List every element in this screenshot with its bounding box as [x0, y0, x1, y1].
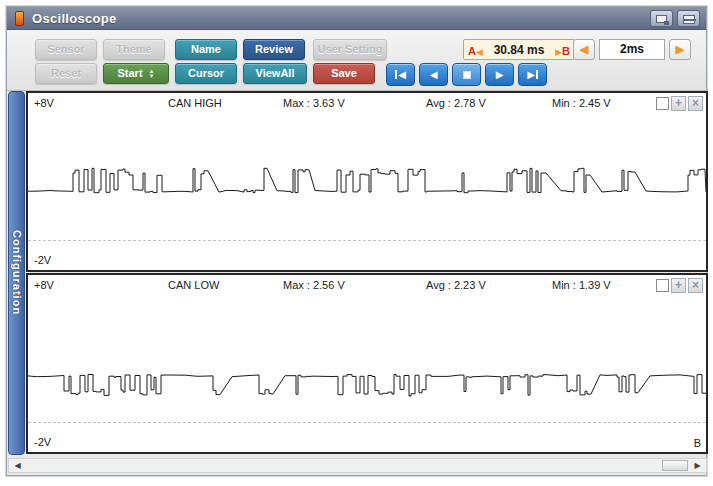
left-arrow-icon: ◀	[580, 43, 588, 55]
save-button[interactable]: Save	[313, 63, 375, 84]
popup-window-icon	[656, 15, 667, 23]
stop-button[interactable]	[452, 63, 481, 86]
viewall-button[interactable]: ViewAll	[243, 63, 307, 84]
zero-gridline	[28, 422, 706, 423]
can-low-waveform	[28, 275, 706, 452]
channel2-top-voltage-label: +8V	[34, 279, 54, 291]
channel1-bottom-voltage-label: -2V	[34, 254, 51, 266]
play-icon: ▶	[496, 69, 504, 80]
channel1-add-button[interactable]: +	[671, 96, 686, 111]
marker-b-label: B	[562, 45, 570, 57]
bar-icon	[536, 70, 538, 79]
start-button[interactable]: Start ▲▼	[103, 63, 169, 84]
review-button[interactable]: Review	[243, 39, 305, 60]
sensor-button[interactable]: Sensor	[35, 39, 97, 60]
channel2-avg: Avg : 2.23 V	[426, 279, 486, 291]
play-button[interactable]: ▶	[485, 63, 514, 86]
oscilloscope-window: Oscilloscope Sensor Theme Name Review Us…	[6, 6, 707, 476]
window-popup-button[interactable]	[650, 10, 673, 27]
scroll-right-icon[interactable]: ▶	[691, 460, 704, 471]
channel1-top-voltage-label: +8V	[34, 97, 54, 109]
channel2-max: Max : 2.56 V	[283, 279, 345, 291]
user-setting-button[interactable]: User Setting	[313, 39, 387, 60]
right-arrow-icon: ▶	[676, 43, 684, 55]
horizontal-scrollbar[interactable]: ◀ ▶	[8, 458, 707, 473]
channel1-avg: Avg : 2.78 V	[426, 97, 486, 109]
reset-button[interactable]: Reset	[35, 63, 97, 84]
timebase-value[interactable]: 2ms	[599, 39, 665, 60]
channel2-bottom-voltage-label: -2V	[34, 436, 51, 448]
channel-can-low: +8V CAN LOW Max : 2.56 V Avg : 2.23 V Mi…	[26, 273, 708, 454]
step-back-icon: ◀	[398, 69, 406, 80]
scope-main-area: Configuration +8V CAN HIGH Max : 3.63 V …	[7, 91, 706, 455]
channel1-close-button[interactable]: ×	[688, 96, 703, 111]
scrollbar-thumb[interactable]	[662, 460, 688, 471]
stop-icon	[463, 71, 471, 79]
channel2-checkbox[interactable]	[656, 279, 669, 292]
skip-to-start-button[interactable]: ◀	[386, 63, 415, 86]
play-backward-icon: ◀	[430, 69, 438, 80]
ab-time-value: 30.84 ms	[494, 43, 545, 57]
zero-gridline	[28, 240, 706, 241]
bar-icon	[395, 70, 397, 79]
marker-a-label: A	[468, 45, 476, 57]
start-button-label: Start	[117, 64, 142, 83]
play-backward-button[interactable]: ◀	[419, 63, 448, 86]
channel1-min: Min : 2.45 V	[552, 97, 611, 109]
cursor-b-marker: B	[694, 437, 701, 449]
scroll-left-icon[interactable]: ◀	[11, 460, 24, 471]
title-bar: Oscilloscope	[7, 7, 706, 30]
app-icon	[15, 11, 24, 26]
window-title: Oscilloscope	[32, 11, 117, 26]
channel2-add-button[interactable]: +	[671, 278, 686, 293]
cursor-button[interactable]: Cursor	[175, 63, 237, 84]
toolbar: Sensor Theme Name Review User Setting A◀…	[7, 30, 706, 91]
can-high-waveform	[28, 93, 706, 270]
channel2-close-button[interactable]: ×	[688, 278, 703, 293]
start-spinner-icon: ▲▼	[149, 69, 155, 79]
channel2-min: Min : 1.39 V	[552, 279, 611, 291]
step-forward-icon: ▶	[527, 69, 535, 80]
timebase-increase-button[interactable]: ▶	[669, 39, 691, 60]
configuration-tab-label: Configuration	[11, 230, 23, 315]
channel1-checkbox[interactable]	[656, 97, 669, 110]
ab-time-display[interactable]: A◀ 30.84 ms ▶B	[463, 39, 575, 60]
marker-b-arrow-icon: ▶	[555, 47, 562, 57]
screenshot-root: Oscilloscope Sensor Theme Name Review Us…	[0, 0, 713, 486]
channel2-name: CAN LOW	[168, 279, 219, 291]
channel1-name: CAN HIGH	[168, 97, 222, 109]
configuration-tab[interactable]: Configuration	[8, 91, 25, 455]
theme-button[interactable]: Theme	[103, 39, 165, 60]
channel1-max: Max : 3.63 V	[283, 97, 345, 109]
timebase-decrease-button[interactable]: ◀	[573, 39, 595, 60]
marker-a-arrow-icon: ◀	[476, 47, 483, 57]
channel-can-high: +8V CAN HIGH Max : 3.63 V Avg : 2.78 V M…	[26, 91, 708, 272]
skip-to-end-button[interactable]: ▶	[518, 63, 547, 86]
window-minimize-button[interactable]	[677, 10, 700, 27]
name-button[interactable]: Name	[175, 39, 237, 60]
minimize-window-icon	[683, 15, 695, 24]
